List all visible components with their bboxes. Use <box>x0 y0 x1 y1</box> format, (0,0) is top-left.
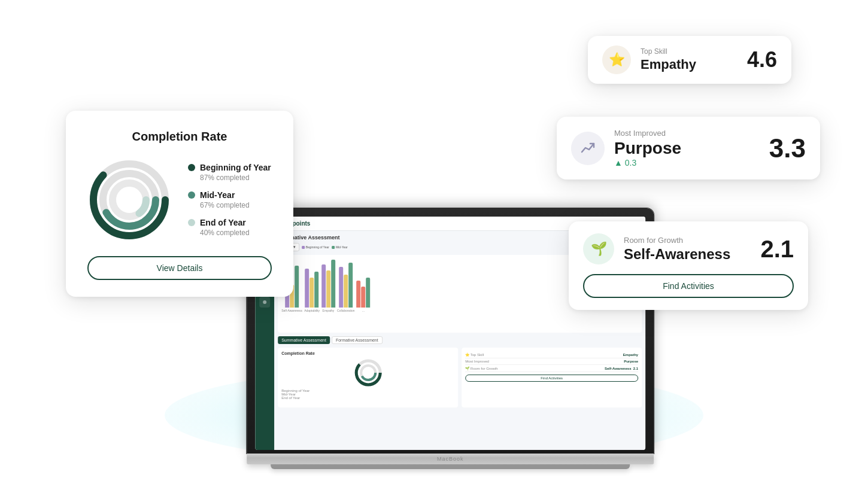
bar-label: Adaptability <box>304 309 320 312</box>
growth-icon: 🌱 <box>583 233 614 264</box>
bar <box>339 267 343 308</box>
checkbox-boy[interactable]: Beginning of Year <box>302 245 329 249</box>
view-details-button[interactable]: View Details <box>87 256 272 280</box>
bar <box>295 266 299 308</box>
assessment-tabs: Summative Assessment Formative Assessmen… <box>278 336 642 344</box>
mini-donut-chart <box>353 358 383 388</box>
completion-rate-card: Completion Rate Beginning of Year <box>66 111 293 297</box>
bar <box>356 281 360 308</box>
growth-info: Room for Growth Self-Awareness <box>624 236 751 263</box>
most-improved-change: ▲ 0.3 <box>614 158 760 168</box>
most-improved-category: Most Improved <box>614 129 760 138</box>
tab-formative[interactable]: Formative Assessment <box>332 336 383 344</box>
bar-label: ... <box>362 309 365 312</box>
top-skill-name: Empathy <box>641 57 738 72</box>
mini-growth-row: 🌱 Room for Growth Self-Awareness 2.1 <box>465 365 638 372</box>
most-improved-name: Purpose <box>614 139 760 158</box>
bar <box>305 269 309 308</box>
bar <box>366 278 370 308</box>
top-skill-card: ⭐ Top Skill Empathy 4.6 <box>588 36 791 84</box>
bar <box>348 263 353 308</box>
most-improved-score: 3.3 <box>769 133 806 163</box>
completion-rate-title: Completion Rate <box>87 130 272 144</box>
mini-find-activities-button[interactable]: Find Activities <box>465 375 638 382</box>
growth-card-top: 🌱 Room for Growth Self-Awareness 2.1 <box>583 233 794 264</box>
bar-label: Empathy <box>323 309 335 312</box>
bar <box>331 260 335 308</box>
sidebar-icon-5[interactable] <box>259 297 270 308</box>
bar <box>326 270 330 308</box>
tab-summative[interactable]: Summative Assessment <box>278 336 330 344</box>
bar <box>344 275 348 308</box>
legend-sublabel-boy: 87% completed <box>200 174 271 182</box>
most-improved-card: Most Improved Purpose ▲ 0.3 3.3 <box>557 117 820 179</box>
bar <box>315 272 319 308</box>
growth-card: 🌱 Room for Growth Self-Awareness 2.1 Fin… <box>569 221 808 310</box>
most-improved-info: Most Improved Purpose ▲ 0.3 <box>614 129 760 168</box>
legend-label-mid: Mid-Year <box>188 190 271 200</box>
growth-category: Room for Growth <box>624 236 751 245</box>
top-skill-score: 4.6 <box>747 47 777 72</box>
legend-item-mid: Mid-Year 67% completed <box>188 190 271 209</box>
legend-dot-eoy <box>188 219 195 226</box>
macbook-base <box>247 454 654 464</box>
checkbox-mid[interactable]: Mid-Year <box>332 245 348 249</box>
completion-rate-body: Beginning of Year 87% completed Mid-Year… <box>87 158 272 242</box>
legend-sublabel-eoy: 40% completed <box>200 229 271 237</box>
completion-legend: Beginning of Year 87% completed Mid-Year… <box>188 163 271 237</box>
mini-top-skill-row: ⭐ Top Skill Empathy <box>465 351 638 358</box>
legend-dot-boy <box>188 164 195 171</box>
growth-name: Self-Awareness <box>624 246 751 263</box>
top-skill-category: Top Skill <box>641 47 738 56</box>
mini-most-improved-row: Most Improved Purpose <box>465 358 638 365</box>
growth-score: 2.1 <box>760 236 794 263</box>
legend-dot-mid <box>188 191 195 199</box>
mini-completion-card: Completion Rate Beginning of <box>278 348 458 407</box>
bottom-cards: Completion Rate Beginning of <box>278 348 642 407</box>
find-activities-button[interactable]: Find Activities <box>583 274 794 298</box>
legend-item-eoy: End of Year 40% completed <box>188 218 271 237</box>
top-skill-icon: ⭐ <box>602 45 631 74</box>
top-skill-info: Top Skill Empathy <box>641 47 738 72</box>
bar <box>321 264 326 308</box>
legend-item-boy: Beginning of Year 87% completed <box>188 163 271 182</box>
bar <box>310 278 314 308</box>
bar-label: Self-Awareness <box>281 309 302 312</box>
bar <box>361 287 365 308</box>
legend-label-boy: Beginning of Year <box>188 163 271 172</box>
donut-chart <box>87 158 171 242</box>
most-improved-icon <box>571 132 605 165</box>
legend-label-eoy: End of Year <box>188 218 271 227</box>
legend-sublabel-mid: 67% completed <box>200 201 271 209</box>
macbook-foot <box>271 464 630 469</box>
bar-label: Collaboration <box>337 309 354 312</box>
mini-stats-card: ⭐ Top Skill Empathy Most Improved Purpos… <box>462 348 642 407</box>
